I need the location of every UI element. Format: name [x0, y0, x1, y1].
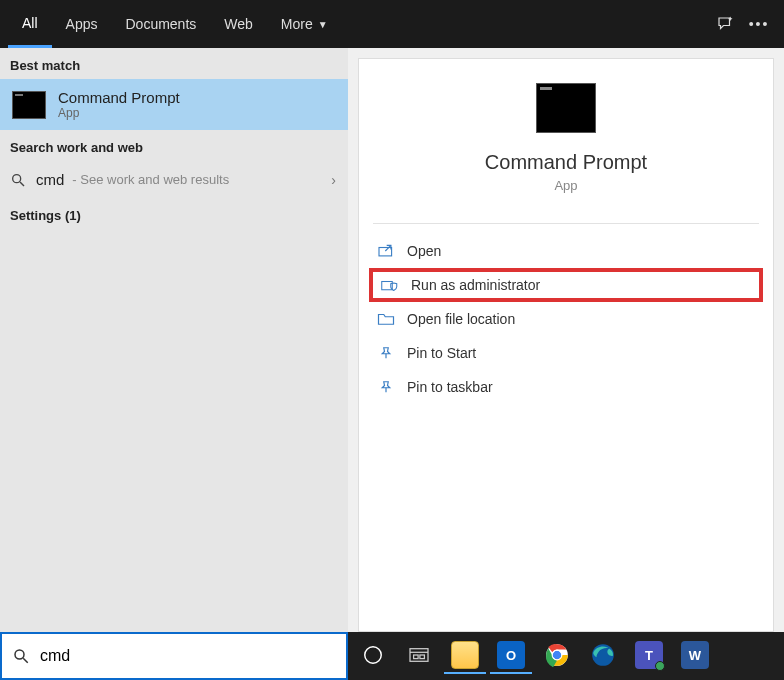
taskbar-file-explorer[interactable] [444, 638, 486, 674]
pin-icon [377, 346, 395, 360]
search-tabs-bar: All Apps Documents Web More▼ ••• [0, 0, 784, 48]
feedback-icon[interactable] [708, 7, 742, 41]
search-box[interactable] [0, 632, 348, 680]
preview-subtitle: App [359, 178, 773, 193]
svg-rect-9 [410, 649, 428, 662]
best-match-result[interactable]: Command Prompt App [0, 79, 348, 130]
more-options-icon[interactable]: ••• [742, 7, 776, 41]
search-hint-text: - See work and web results [72, 172, 229, 187]
action-open[interactable]: Open [359, 234, 773, 268]
tab-more[interactable]: More▼ [267, 0, 342, 48]
action-label: Pin to taskbar [407, 379, 493, 395]
taskbar-edge[interactable] [582, 638, 624, 674]
best-match-label: Best match [0, 48, 348, 79]
command-prompt-icon [536, 83, 596, 133]
svg-point-8 [365, 647, 382, 664]
action-label: Pin to Start [407, 345, 476, 361]
chevron-down-icon: ▼ [318, 19, 328, 30]
search-icon [12, 647, 30, 665]
svg-point-6 [15, 650, 24, 659]
svg-line-1 [20, 182, 24, 186]
action-label: Open file location [407, 311, 515, 327]
settings-label[interactable]: Settings (1) [0, 198, 348, 229]
cortana-icon[interactable] [352, 638, 394, 674]
action-pin-to-taskbar[interactable]: Pin to taskbar [359, 370, 773, 404]
taskbar-chrome[interactable] [536, 638, 578, 674]
svg-rect-12 [420, 655, 425, 659]
search-icon [10, 172, 28, 188]
open-icon [377, 244, 395, 258]
taskbar: O T W [348, 632, 784, 680]
folder-icon [377, 312, 395, 326]
command-prompt-icon [12, 91, 46, 119]
chevron-right-icon: › [331, 172, 336, 188]
preview-title: Command Prompt [359, 151, 773, 174]
action-run-as-administrator[interactable]: Run as administrator [369, 268, 763, 302]
action-open-file-location[interactable]: Open file location [359, 302, 773, 336]
admin-shield-icon [381, 278, 399, 292]
best-match-subtitle: App [58, 106, 180, 120]
svg-point-0 [13, 174, 21, 182]
search-input[interactable] [40, 647, 336, 665]
tab-apps[interactable]: Apps [52, 0, 112, 48]
svg-point-14 [553, 651, 562, 660]
svg-rect-11 [414, 655, 419, 659]
best-match-title: Command Prompt [58, 89, 180, 106]
taskbar-word[interactable]: W [674, 638, 716, 674]
action-label: Open [407, 243, 441, 259]
tab-documents[interactable]: Documents [111, 0, 210, 48]
results-panel: Best match Command Prompt App Search wor… [0, 48, 348, 632]
tab-all[interactable]: All [8, 0, 52, 48]
taskbar-teams[interactable]: T [628, 638, 670, 674]
preview-panel: Command Prompt App Open Run as administr… [358, 58, 774, 632]
task-view-icon[interactable] [398, 638, 440, 674]
svg-line-7 [23, 658, 28, 663]
tab-web[interactable]: Web [210, 0, 267, 48]
action-pin-to-start[interactable]: Pin to Start [359, 336, 773, 370]
taskbar-outlook[interactable]: O [490, 638, 532, 674]
search-web-row[interactable]: cmd - See work and web results › [0, 161, 348, 198]
search-query-text: cmd [36, 171, 64, 188]
action-label: Run as administrator [411, 277, 540, 293]
search-work-web-label: Search work and web [0, 130, 348, 161]
pin-icon [377, 380, 395, 394]
divider [373, 223, 759, 224]
svg-rect-2 [379, 248, 392, 256]
